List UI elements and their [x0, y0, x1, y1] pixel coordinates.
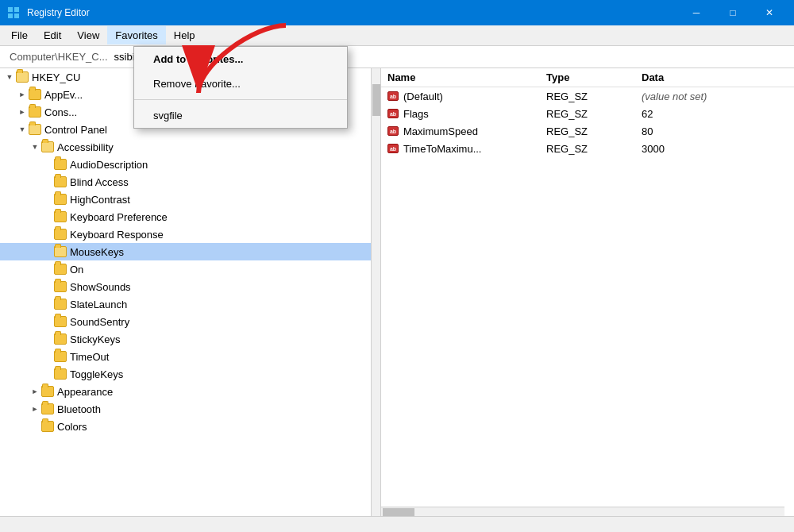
tree-item-audiodescription[interactable]: ► AudioDescription: [0, 156, 380, 173]
reg-type-flags: REG_SZ: [546, 108, 642, 120]
menu-view[interactable]: View: [69, 26, 107, 44]
tree-item-keyboardpreference[interactable]: ► Keyboard Preference: [0, 208, 380, 226]
expander-hkeycurrent: ▼: [3, 71, 16, 83]
reg-icon-flags: ab: [387, 109, 399, 118]
tree-label-appearance: Appearance: [57, 386, 113, 398]
tree-label-togglekeys: ToggleKeys: [70, 368, 123, 380]
svg-rect-3: [14, 13, 19, 18]
minimize-button[interactable]: ─: [678, 0, 715, 25]
reg-name-flags: ab Flags: [387, 108, 546, 120]
title-bar: Registry Editor ─ □ ✕: [0, 0, 794, 25]
folder-icon-appev: [29, 89, 41, 100]
tree-label-stickykeys: StickyKeys: [70, 333, 121, 345]
close-button[interactable]: ✕: [751, 0, 788, 25]
reg-name-timetomaxiumu: ab TimeToMaximu...: [387, 143, 546, 155]
tree-item-soundsentry[interactable]: ► SoundSentry: [0, 313, 380, 330]
tree-label-bluetooth: Bluetooth: [57, 403, 101, 415]
reg-type-maxspeed: REG_SZ: [546, 125, 642, 137]
reg-type-default: REG_SZ: [546, 91, 642, 102]
expander-cons: ►: [16, 106, 29, 118]
tree-item-togglekeys[interactable]: ► ToggleKeys: [0, 365, 380, 383]
tree-item-accessibility[interactable]: ▼ Accessibility: [0, 138, 380, 156]
tree-label-keyboardpreference: Keyboard Preference: [70, 211, 168, 223]
col-header-type: Type: [546, 71, 642, 83]
tree-label-cons: Cons...: [44, 106, 77, 118]
table-row[interactable]: ab TimeToMaximu... REG_SZ 3000: [381, 140, 794, 157]
tree-item-slatelaunch[interactable]: ► SlateLaunch: [0, 295, 380, 313]
tree-item-appearance[interactable]: ► Appearance: [0, 383, 380, 400]
folder-icon-hkeycurrent: [16, 71, 29, 83]
tree-label-showsounds: ShowSounds: [70, 281, 131, 293]
right-panel-hscrollbar[interactable]: [381, 507, 784, 516]
tree-label-on: On: [70, 264, 83, 276]
folder-icon-slatelaunch: [54, 299, 67, 310]
favorites-dropdown: Add to Favorites... Remove Favorite... s…: [133, 46, 348, 129]
tree-scrollbar[interactable]: [371, 68, 380, 516]
reg-icon-default: ab: [387, 91, 399, 101]
right-panel-header: Name Type Data: [381, 68, 794, 87]
col-header-data: Data: [642, 71, 788, 83]
right-panel: Name Type Data ab (Default) REG_SZ (valu…: [381, 68, 794, 516]
folder-icon-keyboardpreference: [54, 211, 67, 222]
folder-icon-cons: [29, 106, 41, 118]
table-row[interactable]: ab MaximumSpeed REG_SZ 80: [381, 122, 794, 140]
reg-data-flags: 62: [642, 108, 788, 120]
tree-label-colors: Colors: [57, 421, 87, 433]
tree-item-timeout[interactable]: ► TimeOut: [0, 348, 380, 365]
reg-name-maxspeed: ab MaximumSpeed: [387, 125, 546, 137]
tree-label-keyboardresponse: Keyboard Response: [70, 229, 164, 241]
tree-item-bluetooth[interactable]: ► Bluetooth: [0, 400, 380, 418]
folder-icon-on: [54, 264, 67, 275]
folder-icon-keyboardresponse: [54, 229, 67, 240]
table-row[interactable]: ab Flags REG_SZ 62: [381, 105, 794, 122]
tree-label-blindaccess: Blind Access: [70, 176, 129, 188]
svg-rect-2: [8, 13, 13, 18]
folder-icon-blindaccess: [54, 176, 67, 187]
reg-data-timetomaxiumu: 3000: [642, 143, 788, 155]
menu-favorites[interactable]: Favorites: [107, 26, 165, 44]
tree-scrollbar-thumb[interactable]: [372, 84, 380, 116]
tree-item-mousekeys[interactable]: ► MouseKeys: [0, 243, 380, 260]
reg-icon-timetomaxiumu: ab: [387, 144, 399, 153]
tree-item-showsounds[interactable]: ► ShowSounds: [0, 278, 380, 295]
tree-label-accessibility: Accessibility: [57, 141, 114, 153]
tree-item-stickykeys[interactable]: ► StickyKeys: [0, 330, 380, 348]
expander-controlpanel: ▼: [16, 123, 29, 136]
svg-rect-1: [14, 7, 19, 12]
reg-icon-maxspeed: ab: [387, 126, 399, 136]
folder-icon-showsounds: [54, 281, 67, 292]
folder-icon-highcontrast: [54, 194, 67, 205]
folder-icon-soundsentry: [54, 316, 67, 327]
menu-edit[interactable]: Edit: [36, 26, 69, 44]
tree-item-highcontrast[interactable]: ► HighContrast: [0, 191, 380, 208]
reg-data-maxspeed: 80: [642, 125, 788, 137]
tree-label-controlpanel: Control Panel: [44, 124, 107, 136]
right-panel-hscrollbar-thumb[interactable]: [383, 508, 414, 516]
menu-file[interactable]: File: [3, 26, 36, 44]
tree-label-soundsentry: SoundSentry: [70, 316, 129, 328]
menu-help[interactable]: Help: [166, 26, 203, 44]
tree-item-on[interactable]: ► On: [0, 260, 380, 278]
tree-item-keyboardresponse[interactable]: ► Keyboard Response: [0, 226, 380, 243]
tree-label-slatelaunch: SlateLaunch: [70, 299, 127, 310]
table-row[interactable]: ab (Default) REG_SZ (value not set): [381, 87, 794, 105]
tree-label-hkeycurrent: HKEY_CU: [32, 71, 80, 83]
remove-favorite-item[interactable]: Remove Favorite...: [134, 71, 347, 96]
svg-rect-0: [8, 7, 13, 12]
folder-icon-accessibility: [41, 141, 54, 152]
folder-icon-togglekeys: [54, 368, 67, 380]
tree-panel: ▼ HKEY_CU ► AppEv... ► Cons... ▼ Control…: [0, 68, 381, 516]
svgfile-item[interactable]: svgfile: [134, 103, 347, 128]
folder-icon-bluetooth: [41, 403, 54, 414]
tree-item-blindaccess[interactable]: ► Blind Access: [0, 173, 380, 191]
folder-icon-stickykeys: [54, 333, 67, 345]
reg-name-default: ab (Default): [387, 91, 546, 102]
expander-accessibility: ▼: [29, 141, 41, 153]
maximize-button[interactable]: □: [715, 0, 751, 25]
address-label: Computer\HKEY_C...: [3, 51, 114, 63]
tree-scroll[interactable]: ▼ HKEY_CU ► AppEv... ► Cons... ▼ Control…: [0, 68, 380, 516]
col-header-name: Name: [387, 71, 546, 83]
add-to-favorites-item[interactable]: Add to Favorites...: [134, 47, 347, 71]
tree-item-colors[interactable]: ► Colors: [0, 418, 380, 435]
window-controls: ─ □ ✕: [678, 0, 788, 25]
